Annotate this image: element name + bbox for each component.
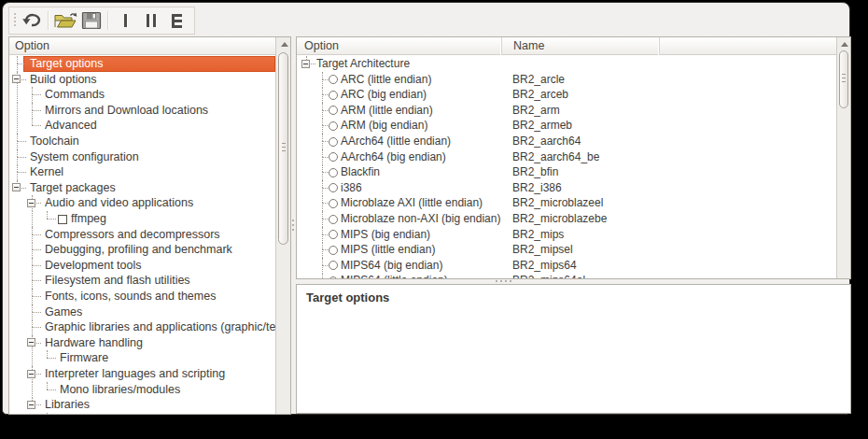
tree-row[interactable]: System configuration [9,149,275,165]
tree-item-label[interactable]: Games [45,304,82,320]
tree-row[interactable]: Hardware handling [9,335,275,351]
left-column-header[interactable]: Option [9,37,290,55]
tree-item-label[interactable]: Microblaze AXI (little endian) [341,195,483,211]
radio-button[interactable] [329,152,338,162]
symbol-name-label[interactable]: BR2_arceb [511,87,568,103]
option-column-header[interactable]: Option [299,37,339,54]
symbol-name-label[interactable]: BR2_bfin [511,164,558,180]
symbol-name-label[interactable]: BR2_mips [511,227,564,243]
right-scrollbar-thumb[interactable] [839,50,848,108]
tree-row[interactable]: MIPS (little endian)BR2_mipsel [297,242,836,258]
back-button[interactable] [19,9,45,32]
tree-item-label[interactable]: Development tools [45,258,142,274]
tree-expander-minus-icon[interactable] [12,183,21,191]
tree-row[interactable]: ARM (big endian)BR2_armeb [297,118,836,134]
tree-item-label[interactable]: MIPS64 (little endian) [341,273,448,278]
radio-button[interactable] [329,276,338,278]
single-view-button[interactable] [112,9,138,32]
tree-row[interactable]: Target Architecture [297,56,836,72]
tree-row[interactable]: Kernel [9,164,275,180]
tree-row[interactable]: Fonts, icons, sounds and themes [9,289,275,304]
symbol-name-label[interactable]: BR2_mips64el [511,273,585,278]
tree-row[interactable]: Development tools [9,258,275,274]
tree-item-label[interactable]: Toolchain [30,134,79,149]
full-view-button[interactable] [164,9,190,32]
tree-row[interactable]: Build options [9,72,275,88]
tree-row[interactable]: Microblaze AXI (little endian)BR2_microb… [297,195,836,211]
split-view-button[interactable] [138,9,164,32]
symbol-name-label[interactable]: BR2_mips64 [511,258,577,274]
tree-item-label[interactable]: Hardware handling [45,335,143,351]
tree-item-label[interactable]: Graphic libraries and applications (grap… [45,319,275,335]
tree-item-label[interactable]: Firmware [60,350,108,366]
tree-row[interactable]: Target options [9,56,275,72]
tree-row[interactable]: Mirrors and Download locations [9,103,275,119]
tree-row[interactable]: Audio and video applications [9,195,275,211]
tree-row[interactable]: ARC (little endian)BR2_arcle [297,72,836,88]
symbol-name-label[interactable]: BR2_arcle [511,72,565,88]
left-vertical-scrollbar[interactable] [275,37,290,414]
tree-item-label[interactable]: ARC (big endian) [341,87,427,103]
radio-button[interactable] [329,215,338,224]
left-scrollbar-thumb[interactable] [278,52,288,245]
symbol-name-label[interactable]: BR2_microblazeel [511,195,603,211]
tree-item-label[interactable]: Compressors and decompressors [45,227,220,243]
tree-row[interactable]: MIPS64 (big endian)BR2_mips64 [297,258,836,274]
radio-button[interactable] [329,199,338,208]
tree-row[interactable]: BlackfinBR2_bfin [297,164,836,180]
tree-row[interactable]: MIPS64 (little endian)BR2_mips64el [297,273,836,278]
column-divider[interactable] [501,37,502,55]
radio-button[interactable] [329,183,338,192]
tree-row[interactable]: i386BR2_i386 [297,180,836,196]
tree-expander-minus-icon[interactable] [27,401,35,409]
checkbox[interactable] [58,215,67,224]
tree-item-label[interactable]: Advanced [45,118,97,134]
tree-row[interactable]: Libraries [9,397,275,413]
symbol-name-label[interactable]: BR2_i386 [511,180,562,196]
tree-item-label[interactable]: ffmpeg [71,211,106,227]
tree-item-label[interactable]: Target packages [30,180,116,196]
tree-item-label[interactable]: System configuration [30,149,139,165]
tree-row[interactable]: Graphic libraries and applications (grap… [9,319,275,335]
tree-item-label[interactable]: Interpreter languages and scripting [45,366,225,382]
tree-row[interactable]: Commands [9,87,275,103]
symbol-name-label[interactable]: BR2_aarch64_be [511,149,599,165]
tree-item-label[interactable]: Libraries [45,397,90,413]
tree-row[interactable]: MIPS (big endian)BR2_mips [297,227,836,243]
tree-row[interactable]: Filesystem and flash utilities [9,273,275,289]
tree-row[interactable]: Toolchain [9,134,275,149]
radio-button[interactable] [329,137,338,147]
tree-row[interactable]: Games [9,304,275,320]
radio-button[interactable] [329,75,338,84]
tree-row[interactable]: ARC (big endian)BR2_arceb [297,87,836,103]
right-vertical-scrollbar[interactable] [836,37,850,278]
symbol-name-label[interactable]: BR2_arm [511,103,560,119]
tree-item-label[interactable]: Audio and video applications [45,195,193,211]
radio-button[interactable] [329,246,338,255]
tree-item-label[interactable]: Filesystem and flash utilities [45,273,190,289]
tree-item-label[interactable]: AArch64 (little endian) [341,134,451,149]
tree-row[interactable]: ARM (little endian)BR2_arm [297,103,836,119]
tree-item-label[interactable]: Target options [30,56,104,72]
tree-expander-minus-icon[interactable] [27,370,35,378]
tree-row[interactable]: AArch64 (big endian)BR2_aarch64_be [297,149,836,165]
tree-row[interactable]: Interpreter languages and scripting [9,366,275,382]
load-button[interactable] [52,9,78,32]
tree-item-label[interactable]: Commands [45,87,105,103]
tree-item-label[interactable]: Fonts, icons, sounds and themes [45,289,216,304]
tree-item-label[interactable]: AArch64 (big endian) [341,149,446,165]
tree-item-label[interactable]: Microblaze non-AXI (big endian) [341,211,500,227]
tree-item-label[interactable]: MIPS (big endian) [341,227,430,243]
scroll-up-arrow-icon[interactable] [841,42,848,47]
tree-row[interactable]: Audio/Sound [9,413,275,414]
tree-row[interactable]: Mono libraries/modules [9,382,275,398]
tree-row[interactable]: Debugging, profiling and benchmark [9,242,275,258]
tree-item-label[interactable]: MIPS (little endian) [341,242,435,258]
tree-item-label[interactable]: Blackfin [341,164,380,180]
symbol-name-label[interactable]: BR2_microblazebe [511,211,607,227]
radio-button[interactable] [329,168,338,177]
tree-row[interactable]: ffmpeg [9,211,275,227]
save-button[interactable] [78,9,105,32]
tree-item-label[interactable]: Kernel [30,164,63,180]
tree-item-label[interactable]: Mirrors and Download locations [45,103,208,119]
